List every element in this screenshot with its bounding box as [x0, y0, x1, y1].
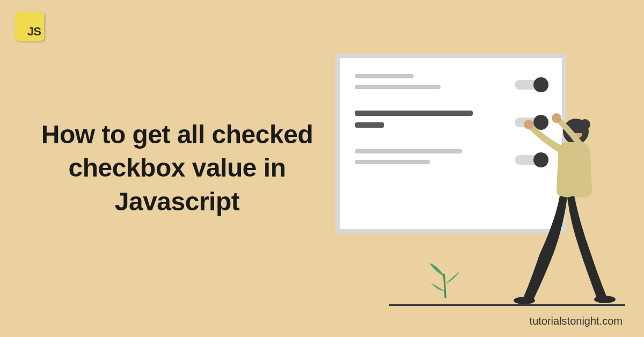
svg-point-1 [580, 119, 590, 130]
ground-line [389, 304, 625, 306]
js-logo-badge: JS [15, 12, 44, 41]
page-title: How to get all checked checkbox value in… [27, 118, 327, 218]
card-row [355, 74, 547, 96]
toggle-switch [515, 80, 547, 90]
watermark-text: tutorialstonight.com [530, 315, 623, 327]
illustration-container [335, 54, 614, 306]
person-illustration [502, 113, 620, 306]
js-logo-text: JS [27, 25, 41, 39]
svg-point-2 [524, 120, 533, 129]
svg-point-5 [594, 296, 616, 303]
plant-icon [421, 255, 470, 301]
svg-point-3 [552, 113, 561, 123]
svg-point-4 [514, 297, 535, 304]
